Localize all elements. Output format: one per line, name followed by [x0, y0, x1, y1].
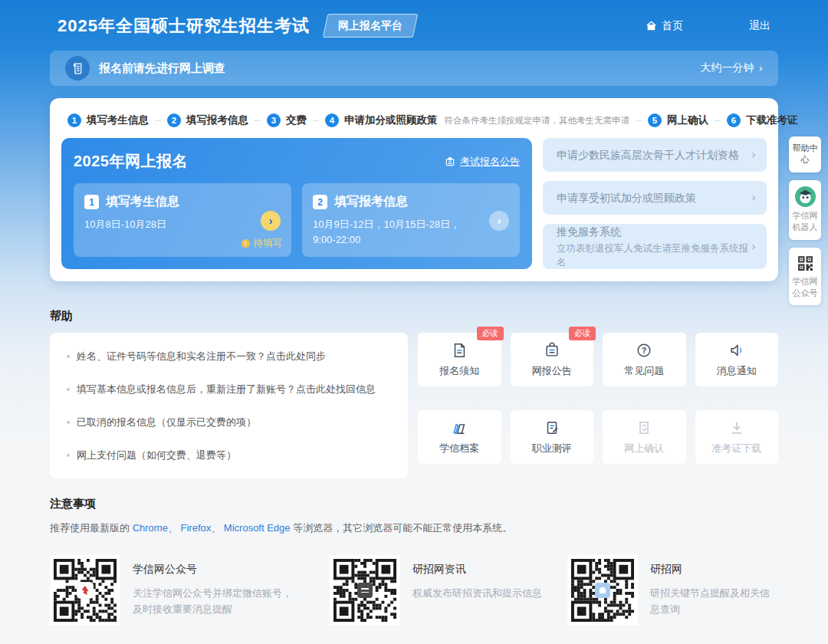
tile-online-announcements[interactable]: 必读 网报公告 [511, 333, 594, 386]
qr-code [330, 555, 400, 626]
archive-books-icon [451, 419, 468, 436]
home-icon [646, 20, 657, 31]
help-link-recover[interactable]: 填写基本信息或报名信息后，重新注册了新账号？点击此处找回信息 [67, 373, 391, 406]
download-icon [728, 419, 745, 436]
document-icon [451, 342, 468, 359]
exam-announcement-link[interactable]: 考试报名公告 [445, 155, 520, 169]
status-badge: ! 待填写 [242, 237, 283, 250]
question-icon: ? [636, 342, 652, 359]
qr-section: 学信网公众号 关注学信网公众号并绑定微信账号，及时接收重要消息提醒 研招网资讯 … [50, 555, 778, 626]
qr-description: 研招关键节点提醒及相关信息查询 [650, 585, 778, 618]
logout-link[interactable]: 退出 [749, 19, 770, 33]
main-container: 1填写考生信息 2填写报考信息 3交费 4申请加分或照顾政策符合条件考生须按规定… [50, 98, 778, 281]
browser-recommendation: 推荐使用最新版的 Chrome、 Firefox、 Microsoft Edge… [50, 521, 778, 535]
candidate-info-dates: 10月8日-10月28日 [84, 217, 281, 232]
survey-banner-text: 报名前请先进行网上调查 [99, 61, 225, 76]
tile-notifications[interactable]: 消息通知 [695, 333, 779, 386]
fill-candidate-info-card[interactable]: 1 填写考生信息 10月8日-10月28日 › ! 待填写 [74, 183, 291, 257]
minority-program-panel[interactable]: 申请少数民族高层次骨干人才计划资格 › [543, 138, 767, 172]
edge-link[interactable]: Microsoft Edge [224, 522, 291, 534]
clipboard-icon [445, 156, 455, 167]
bonus-policy-panel[interactable]: 申请享受初试加分或照顾政策 › [543, 181, 767, 215]
firefox-link[interactable]: Firefox [181, 522, 212, 534]
step-number-badge: 2 [313, 195, 327, 209]
qr-description: 关注学信网公众号并绑定微信账号，及时接收重要消息提醒 [133, 585, 301, 618]
help-link-payment[interactable]: 网上支付问题（如何交费、退费等） [67, 439, 391, 472]
tile-signup-notes[interactable]: 必读 报名须知 [418, 333, 501, 386]
must-read-badge: 必读 [569, 327, 596, 340]
step-6: 6下载准考证 [727, 113, 798, 127]
app-header: 2025年全国硕士研究生招生考试 网上报名平台 首页 退出 [0, 0, 828, 38]
survey-banner[interactable]: 报名前请先进行网上调查 大约一分钟 › [50, 51, 778, 86]
step-number-badge: 1 [84, 195, 99, 209]
step-connector [313, 120, 319, 121]
qr-code-icon [796, 254, 815, 273]
chatbot-button[interactable]: 学信网机器人 [789, 180, 821, 240]
qr-title: 研招网 [650, 563, 778, 577]
scroll-icon [65, 56, 90, 80]
chevron-right-icon: › [751, 191, 756, 205]
home-link[interactable]: 首页 [646, 19, 683, 33]
tile-faq[interactable]: ? 常见问题 [603, 333, 686, 386]
quick-tiles: 必读 报名须知 必读 网报公告 ? 常见问题 消息通知 学信档案 职业测评 网上… [418, 333, 778, 478]
signup-card: 2025年网上报名 考试报名公告 1 填写考生信息 10月8日-10月28日 ›… [61, 138, 532, 269]
step-5: 5网上确认 [648, 113, 708, 127]
go-arrow-button[interactable]: › [489, 211, 509, 231]
must-read-badge: 必读 [477, 327, 504, 340]
qr-code [567, 555, 638, 626]
help-heading: 帮助 [50, 309, 778, 324]
tile-career-assessment[interactable]: 职业测评 [511, 410, 594, 464]
qr-center-logo [595, 583, 610, 598]
qr-group-yz-news: 研招网资讯 权威发布研招资讯和提示信息 [330, 555, 567, 626]
floating-sidebar: 帮助中心 学信网机器人 学信网公众号 [789, 136, 821, 305]
page-title: 2025年全国硕士研究生招生考试 [58, 15, 310, 38]
chevron-right-icon: › [751, 240, 756, 254]
tile-admission-ticket-download: 准考证下载 [695, 410, 779, 464]
fill-application-info-card[interactable]: 2 填写报考信息 10月9日-12日，10月15日-28日，9:00-22:00… [302, 183, 520, 257]
qr-center-logo [357, 583, 373, 598]
survey-duration[interactable]: 大约一分钟 › [700, 61, 763, 75]
help-center-button[interactable]: 帮助中心 [789, 136, 821, 172]
go-arrow-button[interactable]: › [261, 211, 281, 231]
step-4-note: 符合条件考生须按规定申请，其他考生无需申请 [445, 115, 630, 127]
qr-center-logo [77, 583, 93, 598]
step-connector [715, 120, 721, 121]
clipboard-icon [544, 342, 560, 359]
step-2: 2填写报考信息 [167, 113, 248, 127]
application-info-dates: 10月9日-12日，10月15日-28日，9:00-22:00 [313, 217, 509, 248]
svg-text:?: ? [642, 346, 646, 354]
exemption-system-panel[interactable]: 推免服务系统 立功表彰退役军人免试生请至推免服务系统报名 › [543, 224, 767, 269]
help-link-cancelled[interactable]: 已取消的报名信息（仅显示已交费的项） [67, 406, 391, 439]
chevron-right-icon: › [751, 148, 756, 162]
notice-heading: 注意事项 [50, 497, 778, 511]
exemption-subtitle: 立功表彰退役军人免试生请至推免服务系统报名 [557, 242, 751, 269]
chevron-right-icon: › [758, 62, 763, 74]
pending-dot-icon: ! [242, 239, 250, 248]
tile-chsi-archive[interactable]: 学信档案 [418, 410, 501, 464]
speaker-icon [728, 342, 745, 359]
chrome-link[interactable]: Chrome [133, 522, 168, 534]
help-link-sync[interactable]: 姓名、证件号码等信息和实名注册不一致？点击此处同步 [67, 340, 391, 373]
qr-group-yz-site: 研招网 研招关键节点提醒及相关信息查询 [567, 555, 778, 626]
robot-avatar-icon [795, 186, 816, 207]
confirm-doc-icon [636, 419, 652, 436]
help-card: 姓名、证件号码等信息和实名注册不一致？点击此处同步 填写基本信息或报名信息后，重… [50, 333, 408, 478]
qr-wechat-button[interactable]: 学信网公众号 [789, 248, 821, 306]
assessment-icon [544, 419, 560, 436]
progress-steps: 1填写考生信息 2填写报考信息 3交费 4申请加分或照顾政策符合条件考生须按规定… [61, 110, 767, 138]
qr-code [50, 555, 120, 626]
signup-title: 2025年网上报名 [74, 151, 188, 172]
qr-description: 权威发布研招资讯和提示信息 [412, 585, 542, 601]
step-3: 3交费 [267, 113, 307, 127]
platform-badge: 网上报名平台 [323, 14, 419, 38]
qr-title: 学信网公众号 [133, 563, 301, 577]
step-connector [636, 120, 642, 121]
qr-group-chsi-wechat: 学信网公众号 关注学信网公众号并绑定微信账号，及时接收重要消息提醒 [50, 555, 330, 626]
tile-online-confirmation: 网上确认 [603, 410, 686, 464]
qr-title: 研招网资讯 [412, 563, 542, 577]
step-1: 1填写考生信息 [67, 113, 149, 127]
step-4: 4申请加分或照顾政策符合条件考生须按规定申请，其他考生无需申请 [325, 113, 629, 127]
step-connector [155, 120, 161, 121]
step-connector [255, 120, 261, 121]
